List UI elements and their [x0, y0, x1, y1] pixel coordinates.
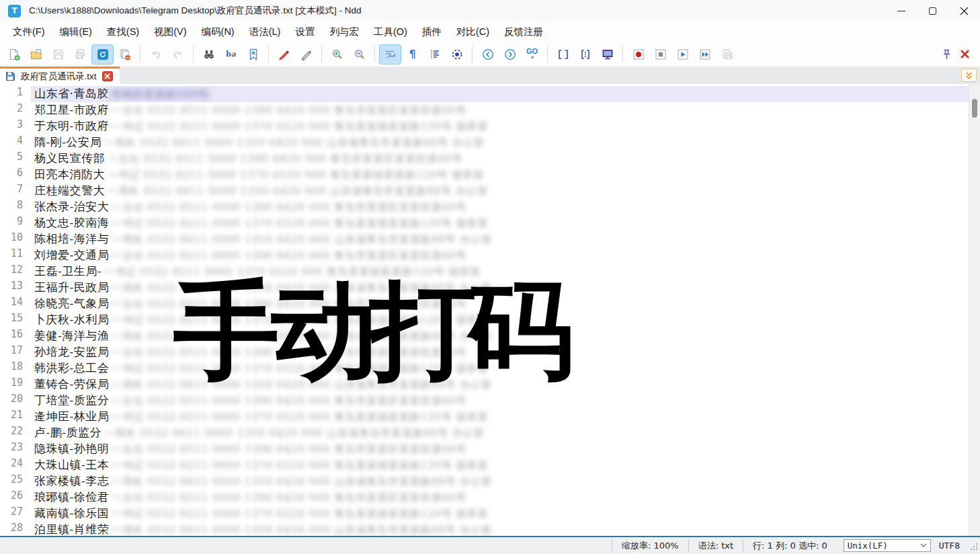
menu-item[interactable]: 反馈注册 — [497, 23, 550, 41]
editor-line[interactable]: 28泊里镇-肖维荣一局长 0532 8611 0000 1350 6420 00… — [0, 522, 969, 536]
highlight-marker-button[interactable] — [273, 44, 295, 65]
editor-line[interactable]: 14徐晓亮-气象局一主任 0532 8511 0000 1390 8420 00… — [0, 296, 969, 312]
zoom-in-button[interactable] — [326, 44, 348, 65]
editor-area[interactable]: 1山东省·青岛胶市南区某某路100号2郑卫星-市政府一主任 0532 8511 … — [0, 84, 980, 536]
maximize-button[interactable] — [917, 0, 948, 22]
editor-line[interactable]: 3于东明-市政府一书记 0532 8211 0000 1370 6520 000… — [0, 118, 969, 134]
close-all-button[interactable] — [114, 44, 136, 65]
line-number: 12 — [0, 264, 31, 280]
editor-line[interactable]: 24大珠山镇-王本一书记 0532 8211 0000 1370 6520 00… — [0, 457, 969, 473]
eol-value: Unix(LF) — [848, 541, 888, 551]
editor-line[interactable]: 11刘增爱-交通局一主任 0532 8511 0000 1390 8420 00… — [0, 247, 969, 264]
line-text: 王磊-卫生局- — [34, 264, 101, 278]
editor-line[interactable]: 15卜庆秋-水利局一书记 0532 8211 0000 1370 6520 00… — [0, 312, 969, 328]
nav-back-button[interactable] — [477, 44, 499, 65]
editor-line[interactable]: 16姜健-海洋与渔一局长 0532 8611 0000 1350 6420 00… — [0, 328, 969, 344]
macro-record-button[interactable] — [627, 44, 649, 65]
goto-line-button[interactable]: GO» — [521, 44, 543, 65]
redacted-text: 一局长 0532 8611 0000 1350 6420 000 山东省青岛市某… — [109, 475, 495, 487]
menu-item[interactable]: 查找(S) — [99, 23, 147, 41]
menu-item[interactable]: 编辑(E) — [52, 23, 99, 41]
window-title: C:\Users\k1888\Downloads\Telegram Deskto… — [29, 5, 361, 17]
editor-line[interactable]: 21逄坤臣-林业局一书记 0532 8211 0000 1370 6520 00… — [0, 409, 969, 425]
redo-button[interactable] — [167, 44, 189, 65]
macro-record-icon — [632, 48, 645, 61]
tab-list-button[interactable] — [961, 69, 977, 82]
minimize-button[interactable] — [885, 0, 917, 22]
menu-item[interactable]: 插件 — [415, 23, 449, 41]
menu-item[interactable]: 文件(F) — [5, 23, 52, 41]
word-wrap-button[interactable] — [379, 44, 401, 65]
redacted-text: 一书记 0532 8211 0000 1370 6520 000 青岛某某镇某某… — [109, 217, 491, 229]
menu-item[interactable]: 设置 — [288, 23, 322, 41]
editor-line[interactable]: 25张家楼镇-李志一局长 0532 8611 0000 1350 6420 00… — [0, 473, 969, 489]
editor-line[interactable]: 7庄桂端交警大一局长 0532 8611 0000 1350 6420 000 … — [0, 183, 969, 199]
tab-active[interactable]: 政府官员通讯录.txt — [0, 67, 120, 84]
editor-line[interactable]: 23隐珠镇-孙艳明一主任 0532 8511 0000 1390 8420 00… — [0, 441, 969, 457]
close-window-button[interactable] — [948, 0, 980, 22]
editor-line[interactable]: 2郑卫星-市政府一主任 0532 8511 0000 1390 8420 000… — [0, 102, 969, 118]
editor-line[interactable]: 9杨文忠-胶南海一书记 0532 8211 0000 1370 6520 000… — [0, 215, 969, 231]
save-all-button[interactable] — [69, 44, 91, 65]
line-content: 卢-鹏-质监分一局长 0532 8611 0000 1350 6420 000 … — [31, 425, 969, 441]
eol-select[interactable]: Unix(LF) — [844, 539, 931, 552]
vertical-scrollbar[interactable] — [969, 84, 980, 536]
editor-line[interactable]: 8张杰录-治安大一主任 0532 8511 0000 1390 8420 000… — [0, 199, 969, 215]
editor-line[interactable]: 5杨义民宣传部一主任 0532 8511 0000 1390 8420 000 … — [0, 151, 969, 167]
undo-button[interactable] — [145, 44, 167, 65]
indent-guide-button[interactable] — [423, 44, 446, 65]
menu-item[interactable]: 工具(O) — [366, 23, 415, 41]
line-number: 23 — [0, 441, 31, 457]
bookmark-button[interactable] — [242, 44, 264, 65]
menu-item[interactable]: 语法(L) — [242, 23, 288, 41]
line-text: 田亮本消防大 — [34, 167, 105, 181]
editor-line[interactable]: 1山东省·青岛胶市南区某某路100号 — [0, 86, 969, 102]
editor-line[interactable]: 22卢-鹏-质监分一局长 0532 8611 0000 1350 6420 00… — [0, 425, 969, 441]
line-content: 于东明-市政府一书记 0532 8211 0000 1370 6520 000 … — [31, 118, 969, 134]
show-symbols-button[interactable]: ¶ — [401, 44, 423, 65]
split-vertical-button[interactable] — [574, 44, 596, 65]
editor-line[interactable]: 26琅琊镇-徐俭君一主任 0532 8511 0000 1390 8420 00… — [0, 489, 969, 506]
menu-item[interactable]: 列与宏 — [322, 23, 366, 41]
editor-line[interactable]: 4隋-刚-公安局一局长 0532 8611 0000 1350 6420 000… — [0, 134, 969, 151]
menu-item[interactable]: 视图(V) — [147, 23, 194, 41]
save-button[interactable] — [47, 44, 69, 65]
editor-line[interactable]: 12王磊-卫生局-一书记 0532 8211 0000 1370 6520 00… — [0, 264, 969, 280]
macro-run-multiple-button[interactable] — [694, 44, 716, 65]
editor-line[interactable]: 17孙培龙-安监局一主任 0532 8511 0000 1390 8420 00… — [0, 344, 969, 360]
line-number: 26 — [0, 489, 31, 506]
redacted-text: 一主任 0532 8511 0000 1390 8420 000 青岛市某某区某… — [109, 491, 469, 504]
line-number: 27 — [0, 506, 31, 522]
redacted-text: 一书记 0532 8211 0000 1370 6520 000 青岛某某镇某某… — [101, 266, 483, 278]
editor-line[interactable]: 6田亮本消防大一书记 0532 8211 0000 1370 6520 000 … — [0, 167, 969, 183]
zoom-out-button[interactable] — [348, 44, 370, 65]
menu-item[interactable]: 对比(C) — [449, 23, 497, 41]
new-file-button[interactable] — [3, 44, 25, 65]
menu-item[interactable]: 编码(N) — [194, 23, 242, 41]
nav-forward-button[interactable] — [499, 44, 521, 65]
open-file-button[interactable] — [25, 44, 47, 65]
editor-line[interactable]: 13王福升-民政局一局长 0532 8611 0000 1350 6420 00… — [0, 280, 969, 296]
macro-play-button[interactable] — [671, 44, 694, 65]
resize-grip[interactable] — [968, 540, 979, 552]
line-text: 卢-鹏-质监分 — [34, 426, 101, 439]
replace-button[interactable]: ba — [220, 44, 242, 65]
split-window-button[interactable] — [552, 44, 574, 65]
editor-line[interactable]: 10陈相培-海洋与一局长 0532 8611 0000 1350 6420 00… — [0, 231, 969, 247]
editor-line[interactable]: 19董铸合-劳保局一局长 0532 8611 0000 1350 6420 00… — [0, 377, 969, 393]
editor-line[interactable]: 18韩洪彩-总工会一书记 0532 8211 0000 1370 6520 00… — [0, 360, 969, 377]
nav-back-icon — [481, 48, 495, 61]
reload-file-button[interactable] — [91, 44, 114, 65]
pin-toolbar-button[interactable] — [941, 48, 952, 61]
tab-close-button[interactable] — [102, 71, 113, 81]
find-button[interactable] — [198, 44, 220, 65]
close-toolbar-button[interactable] — [959, 48, 971, 60]
editor-line[interactable]: 20丁培堂-质监分一主任 0532 8511 0000 1390 8420 00… — [0, 393, 969, 409]
macro-save-button[interactable] — [716, 44, 738, 65]
scrollbar-thumb[interactable] — [972, 99, 977, 118]
monitor-view-button[interactable] — [596, 44, 618, 65]
clear-highlight-button[interactable] — [295, 44, 317, 65]
editor-line[interactable]: 27藏南镇-徐乐国一书记 0532 8211 0000 1370 6520 00… — [0, 506, 969, 522]
focus-mode-button[interactable] — [446, 44, 468, 65]
macro-stop-button[interactable] — [649, 44, 671, 65]
